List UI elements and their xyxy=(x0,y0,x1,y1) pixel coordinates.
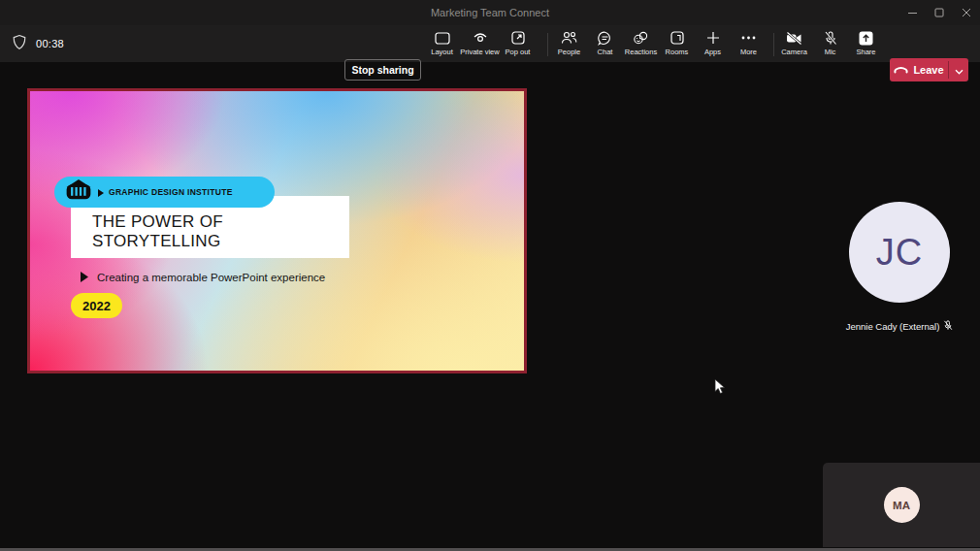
slide-subtitle-row: Creating a memorable PowerPoint experien… xyxy=(81,269,325,286)
plus-icon xyxy=(706,30,720,46)
slide-subtitle: Creating a memorable PowerPoint experien… xyxy=(97,272,325,283)
rooms-icon xyxy=(670,30,684,46)
rooms-button[interactable]: Rooms xyxy=(659,25,695,62)
meeting-timer: 00:38 xyxy=(36,38,64,49)
reactions-button[interactable]: Reactions xyxy=(623,25,659,62)
layout-label: Layout xyxy=(431,48,453,56)
popout-icon xyxy=(511,30,525,46)
institute-badge: GRAPHIC DESIGN INSTITUTE xyxy=(54,177,275,208)
teams-meeting-window: Marketing Team Connect xyxy=(0,0,980,551)
chat-button[interactable]: Chat xyxy=(587,25,623,62)
ellipsis-icon xyxy=(741,30,756,46)
participant-name-row: Jennie Cady (External) xyxy=(846,317,954,335)
play-triangle-icon xyxy=(81,269,88,286)
device-controls-group: Camera Mic Share xyxy=(776,25,884,62)
apps-button[interactable]: Apps xyxy=(695,25,731,62)
mic-off-icon xyxy=(824,30,837,46)
mic-button[interactable]: Mic xyxy=(812,25,848,62)
share-label: Share xyxy=(856,48,875,56)
slide-title: THE POWER OF STORYTELLING xyxy=(92,203,349,251)
pop-out-label: Pop out xyxy=(506,48,531,56)
leave-button[interactable]: Leave xyxy=(890,58,968,81)
people-label: People xyxy=(558,48,580,56)
phone-hangup-icon xyxy=(894,64,908,76)
avatar-initials: JC xyxy=(876,232,923,274)
stop-sharing-button[interactable]: Stop sharing xyxy=(344,59,421,81)
mic-label: Mic xyxy=(825,48,836,56)
apps-label: Apps xyxy=(704,48,721,56)
titlebar: Marketing Team Connect xyxy=(0,0,980,25)
shared-screen-slide: GRAPHIC DESIGN INSTITUTE THE POWER OF ST… xyxy=(27,88,527,373)
share-tray-icon xyxy=(859,30,873,46)
avatar-initials: MA xyxy=(893,500,910,511)
window-title: Marketing Team Connect xyxy=(431,7,549,18)
year-badge: 2022 xyxy=(71,293,122,318)
rooms-label: Rooms xyxy=(666,48,689,56)
close-button[interactable] xyxy=(953,0,980,25)
toolbar-separator-left xyxy=(547,33,548,56)
private-view-button[interactable]: Private view xyxy=(460,25,500,62)
camera-off-icon xyxy=(786,30,802,46)
close-icon xyxy=(962,8,971,17)
people-icon xyxy=(561,30,577,46)
year-badge-label: 2022 xyxy=(82,299,111,313)
more-label: More xyxy=(740,48,757,56)
meeting-actions-group: People Chat Reactions Rooms xyxy=(551,25,767,62)
chat-label: Chat xyxy=(598,48,613,56)
minimize-icon xyxy=(907,8,918,18)
self-video-tile[interactable]: MA xyxy=(823,463,980,547)
eye-icon xyxy=(473,30,488,46)
institute-badge-label: GRAPHIC DESIGN INSTITUTE xyxy=(109,187,233,197)
reactions-icon xyxy=(633,30,649,46)
chevron-down-icon xyxy=(955,61,964,79)
layout-button[interactable]: Layout xyxy=(424,25,460,62)
maximize-button[interactable] xyxy=(926,0,953,25)
pop-out-button[interactable]: Pop out xyxy=(500,25,536,62)
avatar: MA xyxy=(884,487,920,523)
mouse-cursor-icon xyxy=(714,378,726,399)
leave-label: Leave xyxy=(913,64,943,76)
participant-name: Jennie Cady (External) xyxy=(846,321,940,332)
maximize-icon xyxy=(934,8,944,17)
reactions-label: Reactions xyxy=(625,48,657,56)
toolbar-separator-right xyxy=(773,33,774,56)
avatar: JC xyxy=(849,202,950,303)
window-controls xyxy=(898,0,980,25)
shield-icon xyxy=(12,34,27,54)
mic-off-small-icon xyxy=(943,317,953,335)
play-triangle-icon xyxy=(98,183,104,201)
more-button[interactable]: More xyxy=(731,25,767,62)
chat-icon xyxy=(598,30,612,46)
camera-button[interactable]: Camera xyxy=(776,25,812,62)
leave-options-button[interactable] xyxy=(949,58,968,81)
leave-main[interactable]: Leave xyxy=(890,58,948,81)
camera-label: Camera xyxy=(781,48,807,56)
timer-group: 00:38 xyxy=(12,25,64,62)
people-button[interactable]: People xyxy=(551,25,587,62)
bank-icon xyxy=(64,179,93,206)
remote-participant-tile[interactable]: JC Jennie Cady (External) xyxy=(798,202,980,335)
share-button[interactable]: Share xyxy=(848,25,884,62)
layout-icon xyxy=(435,30,450,46)
meeting-toolbar: 00:38 Stop sharing Layout Private view xyxy=(0,25,980,62)
minimize-button[interactable] xyxy=(898,0,926,25)
view-controls-group: Layout Private view Pop out xyxy=(424,25,536,62)
private-view-label: Private view xyxy=(460,48,499,56)
